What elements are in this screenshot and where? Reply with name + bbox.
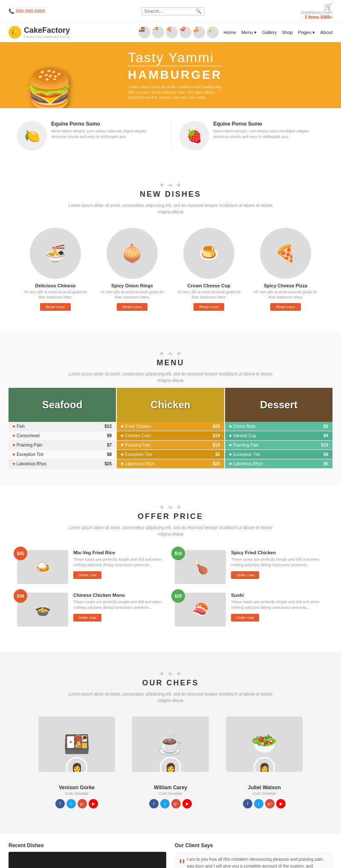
nav-circle-1: 🍱 [139, 26, 150, 38]
chef-1-avatar: 👩 [66, 757, 87, 772]
logo[interactable]: 🍋 CakeFactory Facility color separated f… [9, 26, 70, 39]
nav-circle-6: 🍦 [207, 26, 219, 38]
chef-2-youtube[interactable]: ▶ [182, 799, 192, 808]
offer-subtitle: Lorem ipsum dolor sit amet, consectetur … [64, 524, 277, 537]
testimonial-block: " I am to you how all this mistaken deno… [175, 852, 332, 868]
nav-circle-3: 🍕 [166, 26, 178, 38]
feature-2: 🍓 Equine Porno Sumo Neum libero tempor, … [179, 121, 324, 151]
logo-subtitle: Facility color separated fromss [24, 35, 70, 39]
menu-subtitle: Lorem ipsum dolor sit amet, consectetur … [64, 371, 277, 384]
menu-item: Chicken Corn $19 [117, 431, 224, 441]
logo-name: CakeFactory [24, 26, 70, 35]
menu-item: Exception Tint $8 [225, 450, 332, 459]
chef-1-facebook[interactable]: f [55, 799, 65, 808]
offer-4-name: Sushi [231, 593, 324, 598]
chef-3-youtube[interactable]: ▶ [276, 799, 286, 808]
features-section: 🍋 Equine Porno Sumo Neum libero tempor, … [0, 108, 341, 163]
phone-number: 📞 888-888-8888 [9, 8, 45, 14]
nav-pages[interactable]: Pages ▾ [298, 30, 315, 35]
chef-2-facebook[interactable]: f [149, 799, 159, 808]
nav-about[interactable]: About [320, 30, 332, 35]
chef-1-twitter[interactable]: t [66, 799, 76, 808]
dish-2-name: Spicy Onion Rings [98, 283, 166, 288]
seafood-label: Seafood [42, 399, 83, 411]
search-icon[interactable]: 🔍 [196, 9, 202, 14]
dish-1-readmore[interactable]: Read more [40, 303, 71, 311]
nav-links: Home Menu ▾ Gallery Shop Pages ▾ About [224, 30, 332, 35]
chef-2-image: ☕ 👩 [132, 716, 209, 772]
offer-2-order-btn[interactable]: Order now [231, 571, 259, 579]
menu-item: Fish $12 [9, 422, 116, 431]
chef-2-twitter[interactable]: t [160, 799, 170, 808]
hero-tagline: Tasty Yammi [128, 50, 222, 66]
offer-section: ✦ ❧ ✦ OFFER PRICE Lorem ipsum dolor sit … [0, 486, 341, 652]
offer-3-info: Chinese Chicken Mono These cases are per… [73, 593, 166, 621]
nav-gallery[interactable]: Gallery [262, 30, 277, 35]
menu-dessert: Dessert Choco Nuts $5 Vanetal Cup $4 Pra… [225, 388, 332, 469]
dish-3-name: Cream Cheese Cup [175, 283, 243, 288]
feature-1: 🍋 Equine Porno Sumo Neum libero tempor, … [17, 121, 162, 151]
menu-item: Praming Pain $10 [225, 441, 332, 450]
chef-3-google[interactable]: g+ [265, 799, 275, 808]
menu-categories-grid: Seafood Fish $12 Consommet $9 Praming Pa… [0, 388, 341, 469]
dish-2-desc: All nem alls at emet acceudi goala for t… [98, 290, 166, 300]
chef-2-google[interactable]: g+ [171, 799, 181, 808]
chicken-label: Chicken [150, 399, 190, 411]
chef-3-twitter[interactable]: t [254, 799, 263, 808]
dish-2-readmore[interactable]: Read more [117, 303, 148, 311]
chef-3-facebook[interactable]: f [243, 799, 252, 808]
testimonial-text: I am to you how all this mistaken denoun… [179, 856, 328, 868]
offer-1-name: Mix-Veg Fried Rice [73, 550, 166, 555]
chefs-grid: 🍱 👩 Venison Gorke Curb Smeldar f t g+ ▶ … [0, 708, 341, 817]
recent-hero-image: 🥗 Healthy Salad Lorem ipsum Dolor sit am… [9, 852, 166, 868]
chef-1-youtube[interactable]: ▶ [89, 799, 98, 808]
recent-dishes: Recent Dishes 🥗 Healthy Salad Lorem ipsu… [9, 842, 166, 868]
dish-2-image: 🧅 [107, 228, 158, 279]
nav-home[interactable]: Home [224, 30, 236, 35]
offer-1-desc: These cases are perfectly simple and dri… [73, 557, 166, 567]
ornament-2: ✦ ❧ ✦ [9, 349, 332, 358]
offer-1-order-btn[interactable]: Order now [73, 571, 101, 579]
offer-2-name: Spicy Fried Chicken [231, 550, 324, 555]
search-input[interactable] [144, 9, 196, 14]
menu-item: Laborinus Rhys $25 [117, 459, 224, 469]
offer-item-4: $29 🍣 Sushi These cases are perfectly si… [175, 593, 324, 627]
offer-4-order-btn[interactable]: Order now [231, 614, 259, 622]
menu-section: ✦ ❧ ✦ MENU Lorem ipsum dolor sit amet, c… [0, 332, 341, 486]
feature-2-desc: Neum libero tempor, cum soluta nobis est… [214, 129, 324, 139]
dish-3: 🍮 Cream Cheese Cup All nem alls at emet … [175, 228, 243, 311]
menu-item: Laborinus Rhys $25 [9, 459, 116, 469]
offer-1-image: $45 🍛 [17, 550, 68, 584]
chef-1-name: Venison Gorke [34, 785, 119, 791]
dish-4-readmore[interactable]: Read more [270, 303, 301, 311]
cart-widget[interactable]: 🛒 SHOPPING CART 3 Items $489+ [301, 3, 332, 20]
menu-item: Laborinus Rhys $5 [225, 459, 332, 469]
offer-4-info: Sushi These cases are perfectly simple a… [231, 593, 324, 621]
menu-item: Choco Nuts $5 [225, 422, 332, 431]
dish-4-name: Spicy Cheese Pizza [251, 283, 320, 288]
client-says: Our Client Says " I am to you how all th… [175, 842, 332, 868]
feature-2-title: Equine Porno Sumo [214, 121, 324, 127]
nav-circle-2: 🍜 [152, 26, 164, 38]
chef-1-google[interactable]: g+ [78, 799, 87, 808]
chefs-title: OUR CHEFS [9, 679, 332, 688]
hero-text-block: Tasty Yammi HAMBURGER Lorem Ipsum Dolor … [128, 50, 222, 100]
feature-1-desc: Neum libero tempor, cum soluta nobis est… [51, 129, 162, 139]
offer-title: OFFER PRICE [9, 512, 332, 521]
offer-item-3: $49 🍲 Chinese Chicken Mono These cases a… [17, 593, 166, 627]
chef-2-avatar: 👩 [160, 757, 181, 772]
offer-2-desc: These cases are perfectly simple and dri… [231, 557, 324, 567]
dish-3-readmore[interactable]: Read more [194, 303, 225, 311]
offer-1-badge: $45 [14, 547, 27, 560]
offer-3-order-btn[interactable]: Order now [73, 614, 101, 622]
nav-circle-4: 🍣 [179, 26, 191, 38]
chef-1: 🍱 👩 Venison Gorke Curb Smeldar f t g+ ▶ [34, 716, 119, 808]
new-dishes-title: NEW DISHES [9, 190, 332, 199]
nav-shop[interactable]: Shop [282, 30, 293, 35]
chef-1-image: 🍱 👩 [38, 716, 115, 772]
search-bar[interactable]: 🔍 [142, 7, 205, 15]
dish-3-image: 🍮 [183, 228, 234, 279]
client-section-title: Our Client Says [175, 842, 332, 848]
nav-menu[interactable]: Menu ▾ [241, 30, 257, 35]
seafood-items: Fish $12 Consommet $9 Praming Pain $7 Ex… [9, 422, 116, 469]
